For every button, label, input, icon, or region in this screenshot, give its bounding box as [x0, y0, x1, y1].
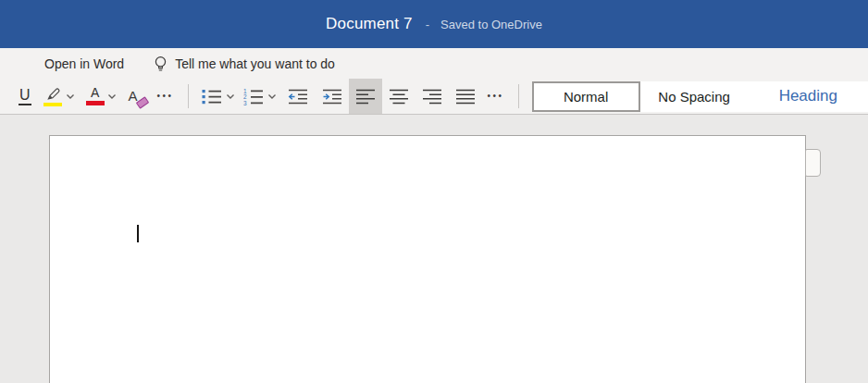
tell-me-control[interactable]: Tell me what you want to do — [154, 56, 335, 72]
toolbar-divider — [518, 84, 519, 108]
style-gallery: Normal No Spacing Heading — [532, 81, 868, 112]
chevron-down-icon[interactable] — [267, 93, 277, 100]
font-color-bar — [86, 101, 105, 105]
highlight-color-bar — [43, 103, 62, 106]
bullet-list-icon — [201, 87, 223, 105]
decrease-indent-button[interactable] — [280, 79, 315, 114]
increase-indent-button[interactable] — [315, 79, 349, 114]
align-right-icon — [421, 87, 443, 105]
outdent-icon — [286, 87, 309, 105]
font-color-icon: A — [86, 87, 105, 105]
align-left-button[interactable] — [349, 79, 382, 114]
style-normal[interactable]: Normal — [532, 81, 640, 112]
chevron-down-icon[interactable] — [107, 93, 117, 100]
indent-icon — [320, 87, 343, 105]
bullet-list-button[interactable] — [197, 79, 239, 114]
open-in-word-button[interactable]: Open in Word — [44, 56, 124, 71]
font-color-letter: A — [91, 87, 99, 99]
style-no-spacing[interactable]: No Spacing — [640, 81, 749, 112]
document-title[interactable]: Document 7 — [326, 15, 413, 33]
more-icon: ••• — [157, 91, 174, 103]
titlebar: Document 7 - Saved to OneDrive — [0, 0, 868, 48]
justify-icon — [454, 87, 477, 105]
formatting-toolbar: U A A — [0, 79, 868, 115]
menubar: Open in Word Tell me what you want to do — [0, 48, 868, 79]
font-color-button[interactable]: A — [81, 79, 122, 114]
numbered-list-button[interactable]: 1 2 3 — [239, 79, 280, 114]
underline-icon: U — [19, 88, 31, 105]
title-separator: - — [426, 18, 429, 31]
lightbulb-icon — [154, 56, 167, 72]
document-page[interactable] — [49, 135, 806, 383]
margin-tab-button[interactable] — [805, 149, 821, 177]
more-paragraph-options-button[interactable]: ••• — [482, 79, 510, 114]
chevron-down-icon[interactable] — [66, 93, 75, 100]
highlight-color-button[interactable] — [37, 79, 81, 114]
document-canvas — [0, 115, 868, 383]
highlighter-icon — [43, 86, 63, 106]
more-font-options-button[interactable]: ••• — [152, 79, 180, 114]
align-center-button[interactable] — [382, 79, 415, 114]
tell-me-label: Tell me what you want to do — [175, 56, 335, 71]
more-icon: ••• — [488, 91, 504, 103]
svg-text:3: 3 — [243, 100, 247, 106]
clear-formatting-icon: A — [128, 87, 146, 105]
align-right-button[interactable] — [415, 79, 449, 114]
numbered-list-icon: 1 2 3 — [242, 87, 265, 105]
underline-button[interactable]: U — [13, 79, 37, 114]
chevron-down-icon[interactable] — [226, 93, 235, 100]
justify-button[interactable] — [449, 79, 482, 114]
toolbar-divider — [188, 84, 189, 108]
text-caret — [137, 225, 139, 242]
style-heading[interactable]: Heading — [749, 81, 868, 112]
align-center-icon — [388, 87, 410, 105]
save-status: Saved to OneDrive — [440, 18, 542, 31]
align-left-icon — [354, 87, 377, 105]
word-online-window: Document 7 - Saved to OneDrive Open in W… — [0, 0, 868, 383]
clear-formatting-button[interactable]: A — [122, 79, 152, 114]
